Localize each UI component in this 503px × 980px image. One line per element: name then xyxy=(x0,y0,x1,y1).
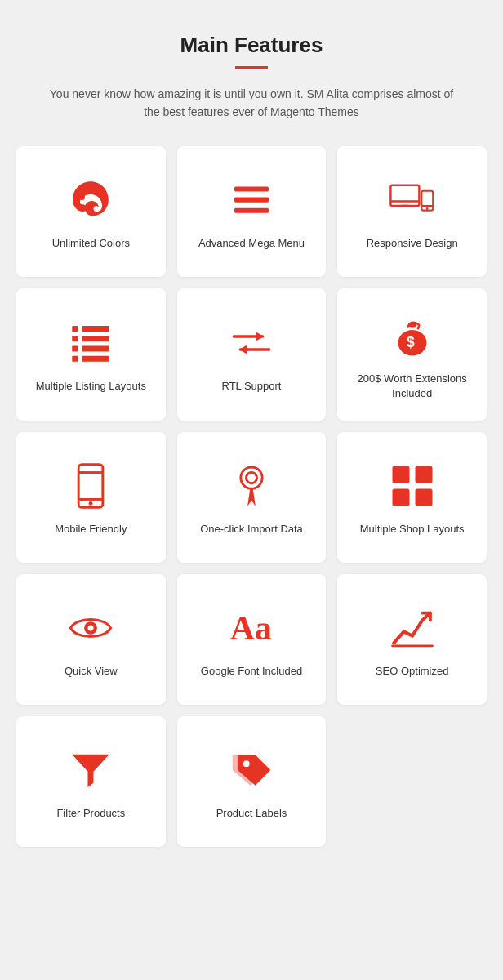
feature-card-one-click-import: One-click Import Data xyxy=(177,432,327,563)
filter-products-label: Filter Products xyxy=(56,806,125,821)
svg-rect-34 xyxy=(392,466,409,483)
svg-point-12 xyxy=(425,207,428,210)
feature-card-multiple-listing-layouts: Multiple Listing Layouts xyxy=(16,288,166,421)
svg-rect-37 xyxy=(415,489,432,506)
title-underline xyxy=(235,66,268,69)
200-worth-extensions-icon: $ xyxy=(389,313,435,359)
feature-card-advanced-mega-menu: Advanced Mega Menu xyxy=(177,146,327,277)
svg-rect-13 xyxy=(73,326,78,332)
svg-point-1 xyxy=(84,187,90,193)
svg-rect-35 xyxy=(415,466,432,483)
svg-point-0 xyxy=(79,194,85,200)
svg-point-31 xyxy=(89,501,93,506)
feature-card-rtl-support: RTL Support xyxy=(177,288,327,421)
svg-point-42 xyxy=(243,760,250,767)
svg-rect-4 xyxy=(234,186,269,191)
feature-card-product-labels: Product Labels xyxy=(177,716,327,847)
quick-view-icon xyxy=(68,605,114,651)
200-worth-extensions-label: 200$ Worth Extensions Included xyxy=(350,372,474,401)
advanced-mega-menu-label: Advanced Mega Menu xyxy=(198,236,305,251)
product-labels-icon xyxy=(229,747,274,793)
svg-rect-10 xyxy=(421,190,433,210)
svg-point-32 xyxy=(241,467,262,488)
filter-products-icon xyxy=(68,747,114,793)
svg-point-39 xyxy=(88,626,94,631)
quick-view-label: Quick View xyxy=(65,664,118,679)
mobile-friendly-label: Mobile Friendly xyxy=(55,522,127,537)
svg-rect-16 xyxy=(82,336,109,341)
svg-rect-28 xyxy=(79,465,104,508)
svg-rect-19 xyxy=(73,356,78,362)
google-font-label: Google Font Included xyxy=(201,664,302,679)
feature-card-filter-products: Filter Products xyxy=(16,716,166,847)
multiple-shop-layouts-label: Multiple Shop Layouts xyxy=(360,522,465,537)
features-grid: Unlimited Colors Advanced Mega Menu Resp… xyxy=(16,146,487,847)
section-title: Main Features xyxy=(16,33,487,58)
page-wrapper: Main Features You never know how amazing… xyxy=(0,0,503,880)
svg-marker-24 xyxy=(239,345,247,354)
feature-card-200-worth-extensions: $ 200$ Worth Extensions Included xyxy=(337,288,487,421)
svg-rect-15 xyxy=(73,336,78,341)
seo-optimized-icon xyxy=(389,605,435,651)
multiple-listing-layouts-icon xyxy=(68,320,114,366)
feature-card-responsive-design: Responsive Design xyxy=(337,146,487,277)
svg-point-2 xyxy=(92,185,98,191)
svg-marker-22 xyxy=(256,332,265,341)
feature-card-quick-view: Quick View xyxy=(16,574,166,705)
svg-text:Aa: Aa xyxy=(230,609,272,647)
svg-rect-5 xyxy=(234,197,269,202)
svg-rect-36 xyxy=(392,489,409,506)
svg-point-33 xyxy=(246,473,256,483)
rtl-support-icon xyxy=(229,320,274,366)
feature-card-mobile-friendly: Mobile Friendly xyxy=(16,432,166,563)
svg-point-3 xyxy=(98,191,104,197)
section-description: You never know how amazing it is until y… xyxy=(47,85,456,122)
seo-optimized-label: SEO Optimized xyxy=(376,664,449,679)
advanced-mega-menu-icon xyxy=(229,177,274,223)
one-click-import-icon xyxy=(229,463,274,509)
responsive-design-icon xyxy=(389,177,435,223)
svg-rect-7 xyxy=(390,185,419,205)
unlimited-colors-label: Unlimited Colors xyxy=(52,236,130,251)
svg-rect-6 xyxy=(234,207,269,212)
svg-text:$: $ xyxy=(407,334,415,350)
google-font-icon: Aa xyxy=(229,605,274,651)
rtl-support-label: RTL Support xyxy=(221,379,281,394)
svg-rect-18 xyxy=(82,345,109,351)
product-labels-label: Product Labels xyxy=(216,806,287,821)
multiple-listing-layouts-label: Multiple Listing Layouts xyxy=(36,379,146,394)
svg-rect-17 xyxy=(73,345,78,351)
unlimited-colors-icon xyxy=(68,177,114,223)
svg-rect-20 xyxy=(82,356,109,362)
responsive-design-label: Responsive Design xyxy=(367,236,458,251)
feature-card-unlimited-colors: Unlimited Colors xyxy=(16,146,166,277)
multiple-shop-layouts-icon xyxy=(389,463,435,509)
feature-card-google-font: Aa Google Font Included xyxy=(177,574,327,705)
feature-card-seo-optimized: SEO Optimized xyxy=(337,574,487,705)
svg-rect-14 xyxy=(82,326,109,332)
mobile-friendly-icon xyxy=(68,463,114,509)
feature-card-multiple-shop-layouts: Multiple Shop Layouts xyxy=(337,432,487,563)
one-click-import-label: One-click Import Data xyxy=(200,522,303,537)
svg-rect-25 xyxy=(407,323,416,327)
